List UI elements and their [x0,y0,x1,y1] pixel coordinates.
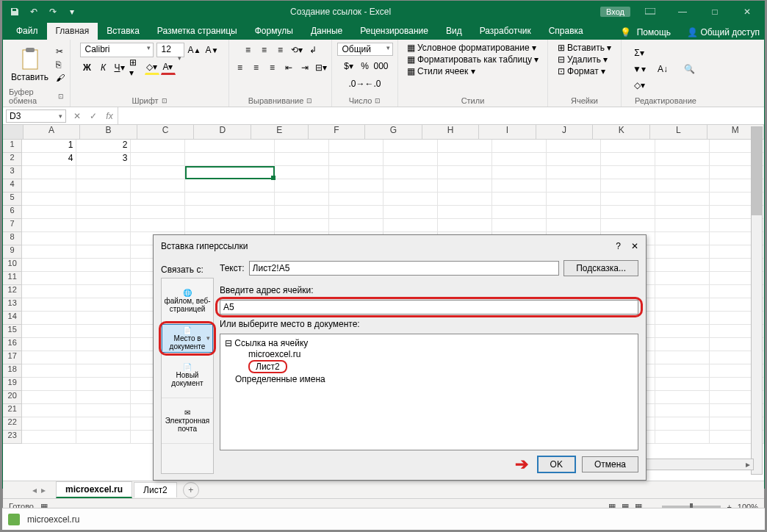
cell[interactable] [185,166,274,179]
grow-font-icon[interactable]: A▲ [187,43,202,57]
font-color-icon[interactable]: A▾ [161,60,176,75]
cell[interactable] [438,193,492,206]
cell-styles-button[interactable]: ▦ Стили ячеек ▾ [407,66,475,76]
cell[interactable] [547,219,601,232]
cell[interactable] [275,179,329,193]
align-left-icon[interactable]: ≡ [233,60,248,75]
cell[interactable] [601,206,655,219]
redo-icon[interactable]: ↷ [44,4,62,20]
dec-decimal-icon[interactable]: ←.0 [366,76,381,91]
align-middle-icon[interactable]: ≡ [257,43,272,57]
cell[interactable] [384,179,438,193]
row-header[interactable]: 1 [3,140,22,153]
column-header[interactable]: G [365,125,422,139]
row-header[interactable]: 10 [3,259,22,272]
borders-icon[interactable]: ⊞ ▾ [129,60,143,75]
enter-formula-icon[interactable]: ✓ [85,111,101,121]
cell[interactable] [655,325,710,338]
cell[interactable] [22,364,76,378]
cell[interactable] [76,351,131,364]
tab-view[interactable]: Вид [437,23,471,40]
cell[interactable] [438,179,492,193]
cell[interactable] [22,312,76,325]
cell[interactable] [76,338,131,351]
insert-cells-button[interactable]: ⊞ Вставить ▾ [558,43,612,53]
cell[interactable] [22,272,76,285]
cell[interactable] [76,285,131,298]
cell[interactable] [655,338,710,351]
cell[interactable] [76,179,131,193]
ribbon-options-icon[interactable] [638,4,663,20]
row-header[interactable]: 3 [3,166,22,179]
cell[interactable] [329,219,384,232]
dialog-close-icon[interactable]: ✕ [631,241,638,251]
cell[interactable] [655,312,710,325]
tell-me[interactable]: Помощь [637,27,671,37]
cell[interactable] [655,285,710,298]
cell[interactable] [22,206,76,219]
link-file-web[interactable]: 🌐 файлом, веб-страницей [162,278,213,324]
cell[interactable] [547,166,601,179]
row-header[interactable]: 13 [3,298,22,312]
cell[interactable] [131,206,185,219]
cell[interactable] [22,417,76,431]
paste-button[interactable]: Вставить [8,44,51,85]
tab-help[interactable]: Справка [540,23,592,40]
inc-decimal-icon[interactable]: .0→ [350,76,364,91]
cell[interactable] [438,206,492,219]
column-header[interactable]: K [593,125,650,139]
tree-root[interactable]: Ссылка на ячейку [234,338,308,348]
select-all-corner[interactable] [3,125,24,139]
cell[interactable] [76,219,131,232]
row-header[interactable]: 11 [3,272,22,285]
cell[interactable] [655,298,710,312]
cell[interactable] [492,206,547,219]
tab-home[interactable]: Главная [47,23,98,40]
cell[interactable] [22,179,76,193]
cell-address-input[interactable] [220,300,638,314]
cell[interactable] [384,166,438,179]
cell[interactable] [76,417,131,431]
minimize-icon[interactable]: — [670,4,695,20]
sheet-tab[interactable]: microexcel.ru [56,481,132,498]
italic-button[interactable]: К [96,60,111,75]
cell[interactable] [76,364,131,378]
autosum-icon[interactable]: Σ▾ [632,46,647,60]
cell[interactable] [22,431,76,444]
cell[interactable] [22,404,76,417]
cell[interactable] [22,259,76,272]
row-header[interactable]: 16 [3,338,22,351]
cancel-button[interactable]: Отмена [582,456,638,472]
fx-icon[interactable]: fx [101,111,118,121]
cell[interactable] [131,166,185,179]
cell[interactable] [329,206,384,219]
maximize-icon[interactable]: □ [702,4,727,20]
row-header[interactable]: 4 [3,179,22,193]
tab-data[interactable]: Данные [302,23,351,40]
cell[interactable] [76,391,131,404]
cell[interactable] [655,166,710,179]
cell[interactable] [655,259,710,272]
cell[interactable]: 1 [22,140,76,153]
cell[interactable] [76,378,131,391]
cell[interactable] [384,153,438,166]
row-header[interactable]: 7 [3,219,22,232]
cell[interactable] [275,140,329,153]
row-header[interactable]: 19 [3,378,22,391]
tree-item-selected[interactable]: Лист2 [248,360,287,373]
cell[interactable] [76,312,131,325]
cell[interactable] [185,193,274,206]
tree-item[interactable]: microexcel.ru [248,349,300,359]
cell[interactable] [655,272,710,285]
cell[interactable] [329,140,384,153]
row-header[interactable]: 17 [3,351,22,364]
cell[interactable] [655,245,710,259]
font-name-select[interactable]: Calibri [80,43,154,57]
column-header[interactable]: F [309,125,366,139]
cell[interactable] [384,140,438,153]
cell[interactable] [438,166,492,179]
tree-defined-names[interactable]: Определенные имена [235,374,325,384]
cell[interactable] [601,153,655,166]
cell[interactable] [329,166,384,179]
conditional-formatting-button[interactable]: ▦ Условное форматирование ▾ [407,43,536,53]
